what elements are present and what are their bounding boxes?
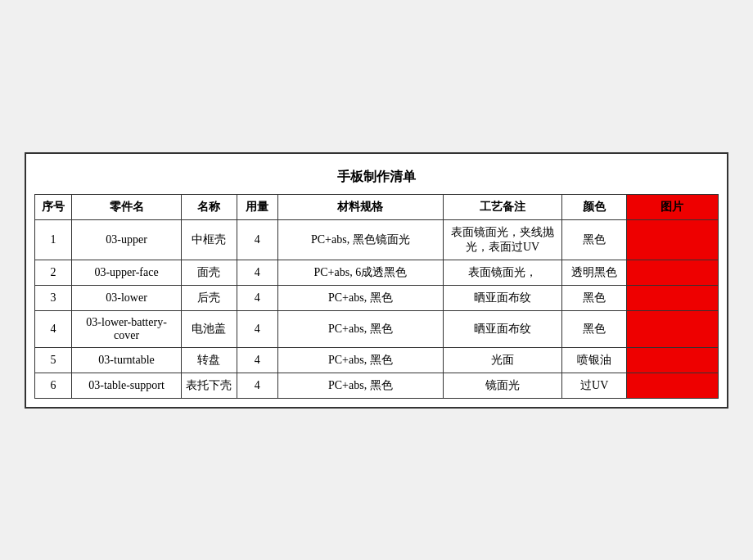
cell-part: 03-lower: [71, 285, 181, 310]
cell-qty: 4: [237, 260, 277, 285]
cell-qty: 4: [237, 373, 277, 398]
header-name: 名称: [182, 194, 237, 219]
cell-qty: 4: [237, 285, 277, 310]
table-row: 603-table-support表托下壳4PC+abs, 黑色镜面光过UV: [35, 373, 719, 398]
header-row: 序号 零件名 名称 用量 材料规格 工艺备注 颜色 图片: [35, 194, 719, 219]
cell-name: 后壳: [182, 285, 237, 310]
table-row: 403-lower-battery-cover电池盖4PC+abs, 黑色晒亚面…: [35, 310, 719, 347]
cell-part: 03-table-support: [71, 373, 181, 398]
cell-image: [626, 347, 718, 373]
main-container: 手板制作清单 序号 零件名 名称 用量 材料规格 工艺备注 颜色 图片 103-…: [25, 152, 728, 409]
table-row: 303-lower后壳4PC+abs, 黑色晒亚面布纹黑色: [35, 285, 719, 310]
cell-seq: 4: [35, 310, 72, 347]
cell-color: 黑色: [562, 310, 626, 347]
cell-material: PC+abs, 黑色: [277, 373, 443, 398]
cell-image: [626, 373, 718, 398]
cell-process: 光面: [443, 347, 562, 373]
cell-name: 转盘: [182, 347, 237, 373]
cell-process: 表面镜面光，: [443, 260, 562, 285]
cell-material: PC+abs, 黑色: [277, 310, 443, 347]
cell-seq: 2: [35, 260, 72, 285]
cell-seq: 1: [35, 219, 72, 260]
header-qty: 用量: [237, 194, 277, 219]
header-color: 颜色: [562, 194, 626, 219]
header-seq: 序号: [35, 194, 72, 219]
cell-material: PC+abs, 6成透黑色: [277, 260, 443, 285]
cell-name: 电池盖: [182, 310, 237, 347]
cell-process: 晒亚面布纹: [443, 310, 562, 347]
header-process: 工艺备注: [443, 194, 562, 219]
cell-color: 喷银油: [562, 347, 626, 373]
cell-image: [626, 285, 718, 310]
table-title: 手板制作清单: [34, 162, 719, 194]
cell-name: 中框壳: [182, 219, 237, 260]
cell-name: 面壳: [182, 260, 237, 285]
cell-seq: 3: [35, 285, 72, 310]
cell-qty: 4: [237, 347, 277, 373]
cell-name: 表托下壳: [182, 373, 237, 398]
cell-process: 表面镜面光，夹线抛光，表面过UV: [443, 219, 562, 260]
header-part: 零件名: [71, 194, 181, 219]
cell-material: PC+abs, 黑色: [277, 347, 443, 373]
table-row: 203-upper-face面壳4PC+abs, 6成透黑色表面镜面光，透明黑色: [35, 260, 719, 285]
cell-image: [626, 310, 718, 347]
cell-qty: 4: [237, 310, 277, 347]
cell-qty: 4: [237, 219, 277, 260]
cell-material: PC+abs, 黑色镜面光: [277, 219, 443, 260]
cell-image: [626, 260, 718, 285]
cell-part: 03-turntable: [71, 347, 181, 373]
table-row: 503-turntable转盘4PC+abs, 黑色光面喷银油: [35, 347, 719, 373]
header-image: 图片: [626, 194, 718, 219]
cell-part: 03-lower-battery-cover: [71, 310, 181, 347]
cell-seq: 5: [35, 347, 72, 373]
cell-color: 黑色: [562, 219, 626, 260]
cell-material: PC+abs, 黑色: [277, 285, 443, 310]
cell-image: [626, 219, 718, 260]
cell-color: 透明黑色: [562, 260, 626, 285]
cell-process: 镜面光: [443, 373, 562, 398]
cell-seq: 6: [35, 373, 72, 398]
cell-color: 黑色: [562, 285, 626, 310]
header-material: 材料规格: [277, 194, 443, 219]
cell-process: 晒亚面布纹: [443, 285, 562, 310]
cell-color: 过UV: [562, 373, 626, 398]
table-row: 103-upper中框壳4PC+abs, 黑色镜面光表面镜面光，夹线抛光，表面过…: [35, 219, 719, 260]
parts-table: 序号 零件名 名称 用量 材料规格 工艺备注 颜色 图片 103-upper中框…: [34, 194, 719, 399]
cell-part: 03-upper: [71, 219, 181, 260]
cell-part: 03-upper-face: [71, 260, 181, 285]
